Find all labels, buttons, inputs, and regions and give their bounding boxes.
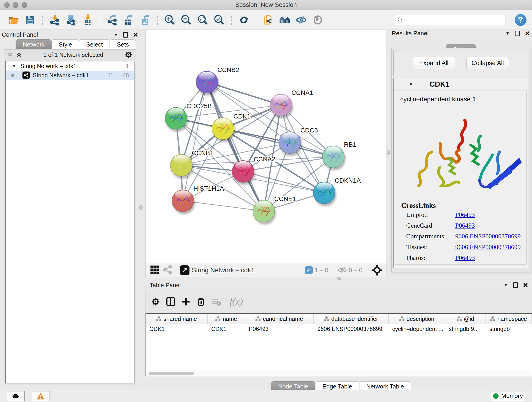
network-node-cdc6[interactable] [279,132,302,156]
save-session-button[interactable] [23,13,37,27]
open-session-button[interactable] [7,13,21,27]
gene-card-header[interactable]: ▼ CDK1 [394,78,528,91]
show-hidden-button[interactable] [311,13,325,27]
export-table-button[interactable] [122,13,136,27]
table-cell-description[interactable]: cyclin–dependent ... [389,324,445,334]
birds-eye-crosshair-icon[interactable] [372,265,382,275]
collapse-all-button[interactable]: Collapse All [467,57,509,69]
help-button[interactable]: ? [515,14,526,26]
close-window-button[interactable] [4,2,10,8]
tree-expand-icon[interactable]: ▼ [6,64,16,69]
tab-style[interactable]: Style [51,39,79,50]
column-header-id[interactable]: @id [445,314,486,324]
table-cell-database-identifier[interactable]: 9606.ENSP00000378699 [314,324,389,334]
cloud-status-button[interactable] [7,391,25,401]
network-node-cdc25b[interactable] [165,107,188,132]
zoom-fit-icon [197,14,208,26]
network-canvas[interactable]: CCNB2CCNA1CDC25BCDK1CDC6RB1CCNB1CCNA2CDK… [146,30,386,263]
network-node-rb1[interactable] [322,146,346,170]
crosslink-link-pharos[interactable]: P06493 [455,254,475,262]
horizontal-scrollbar[interactable] [146,371,532,376]
network-share-icon[interactable] [163,265,172,275]
hide-selected-button[interactable] [294,13,308,27]
float-panel-icon[interactable] [513,282,518,288]
network-node-cdkn1a[interactable] [313,182,336,206]
import-table-button[interactable] [81,13,95,27]
toolbar-separator [157,13,158,26]
zoom-selected-button[interactable] [212,13,226,27]
network-row[interactable]: String Network – cdk1 11 48 [6,70,134,80]
zoom-in-button[interactable] [163,13,177,27]
table-row[interactable]: CDK1CDK1P064939606.ENSP00000378699cyclin… [146,324,532,334]
network-node-cdk1[interactable] [212,118,235,142]
zoom-fit-button[interactable] [196,13,210,27]
collapse-all-icon[interactable] [7,52,13,58]
column-header-description[interactable]: description [389,314,445,324]
open-in-window-button[interactable]: ↗ [180,265,190,275]
selected-nodes-checkbox[interactable]: ✓ [305,266,313,274]
crosslink-link-tissues[interactable]: 9606.ENSP00000378699 [455,243,520,251]
show-columns-button[interactable] [163,294,178,309]
hidden-eye-icon [338,266,347,274]
import-network-from-database-button[interactable] [64,13,78,27]
table-settings-button[interactable] [148,294,163,309]
column-header-canonical-name[interactable]: canonical name [245,314,314,324]
export-image-button[interactable] [138,13,152,27]
tab-network[interactable]: Network [16,39,51,50]
splitter-handle[interactable] [336,277,341,280]
network-view[interactable]: CCNB2CCNA1CDC25BCDK1CDC6RB1CCNB1CCNA2CDK… [146,30,387,277]
column-header-name[interactable]: name [208,314,245,324]
search-box[interactable] [394,15,505,25]
column-type-icon [399,316,404,321]
float-panel-icon[interactable] [123,32,128,38]
close-panel-icon[interactable]: × [523,282,528,288]
table-toolbar: f(x) [146,290,532,313]
zoom-out-button[interactable] [179,13,193,27]
warnings-button[interactable] [32,391,50,401]
minimize-window-button[interactable] [13,2,18,8]
apply-layout-button[interactable] [237,13,251,27]
table-cell-namespace[interactable]: stringdb [486,324,532,334]
splitter-handle[interactable] [139,205,143,210]
panel-menu-icon[interactable]: ▼ [114,32,118,37]
expand-all-icon[interactable] [16,52,22,58]
close-panel-icon[interactable]: × [133,32,138,38]
close-panel-icon[interactable]: × [525,31,530,36]
grid-view-icon[interactable] [150,265,159,275]
panel-menu-icon[interactable]: ▼ [504,283,508,288]
expand-all-button[interactable]: Expand All [413,57,455,69]
network-collection-row[interactable]: ▼ String Network – cdk1 1 [6,61,134,70]
panel-menu-icon[interactable]: ▼ [505,31,510,36]
table-cell-id[interactable]: stringdb:9... [445,324,486,334]
clone-network-button[interactable] [261,13,275,27]
float-panel-icon[interactable] [515,31,520,36]
tab-sets[interactable]: Sets [110,39,136,50]
crosslink-link-compartments[interactable]: 9606.ENSP00000378699 [455,233,520,240]
memory-button[interactable]: Memory [491,391,525,401]
search-input[interactable] [404,17,500,23]
refresh-icon [238,14,249,26]
table-cell-shared-name[interactable]: CDK1 [146,324,208,334]
scrollbar-thumb[interactable] [149,372,194,375]
window-controls[interactable] [4,2,27,8]
zoom-window-button[interactable] [22,2,27,8]
collapse-entry-icon[interactable]: ▼ [409,82,413,87]
network-node-ccnb2[interactable] [196,71,219,96]
crosslink-link-genecard[interactable]: P06493 [455,222,475,229]
node-label-ccne1: CCNE1 [274,195,296,202]
crosslink-link-uniprot[interactable]: P06493 [455,211,475,218]
add-column-button[interactable] [178,294,193,309]
show-all-networks-button[interactable] [278,13,292,27]
table-cell-name[interactable]: CDK1 [208,324,245,334]
table-cell-canonical-name[interactable]: P06493 [245,324,314,334]
import-network-file-button[interactable] [48,13,62,27]
tab-select[interactable]: Select [79,39,110,50]
export-network-button[interactable] [105,13,119,27]
delete-column-button[interactable] [193,294,209,309]
network-node-hist1h1a[interactable] [172,190,195,214]
gear-icon[interactable] [124,51,133,59]
column-header-namespace[interactable]: namespace [486,314,532,324]
network-node-ccna1[interactable] [270,94,293,119]
column-header-shared-name[interactable]: shared name [146,314,208,324]
column-header-database-identifier[interactable]: database identifier [314,314,389,324]
